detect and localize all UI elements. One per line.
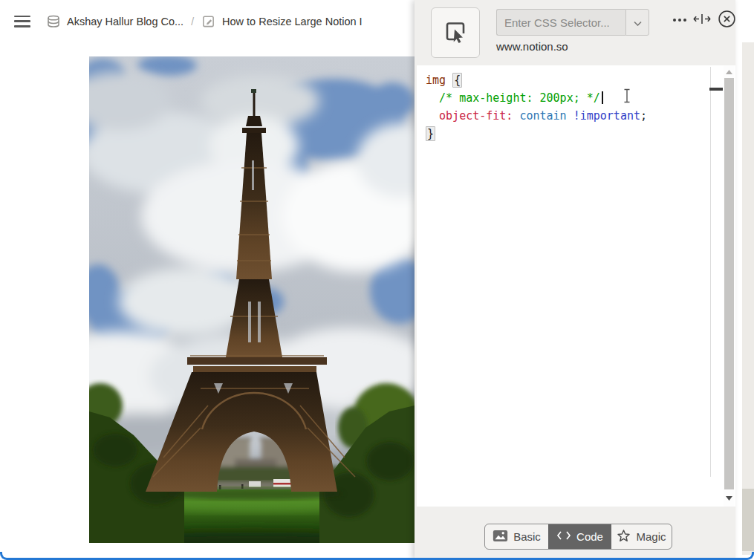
resize-icon [693,13,711,27]
eiffel-tower-photo [89,56,415,543]
tab-code[interactable]: Code [548,524,611,549]
element-picker-button[interactable] [431,7,480,58]
code-icon [556,530,571,543]
css-selector-input[interactable] [496,9,625,36]
code-line: } [426,125,647,143]
image-icon [493,530,508,544]
notion-top-bar: Akshay Hallur Blog Co... / How to Resize… [0,0,475,42]
code-line: /* max-height: 200px; */ [426,89,647,107]
hamburger-icon [14,20,30,22]
page-scrollbar[interactable] [742,42,754,555]
code-content: img { /* max-height: 200px; */ object-fi… [426,71,647,143]
css-code-editor[interactable]: img { /* max-height: 200px; */ object-fi… [417,65,735,507]
cursor-scroll-marker [709,88,723,91]
editor-scrollbar-thumb[interactable] [724,78,734,489]
more-options-button[interactable] [673,16,686,25]
scroll-down-button[interactable] [724,493,735,504]
page-title: How to Resize Large Notion I [222,16,363,27]
chevron-down-icon [634,16,642,29]
hamburger-icon [14,16,30,18]
selector-dropdown-button[interactable] [625,9,649,36]
code-line: img { [426,71,647,89]
mode-tabs: Basic Code Magic [484,524,672,550]
column-ruler [710,67,711,477]
workspace-title: Akshay Hallur Blog Co... [67,16,183,27]
element-picker-icon [443,19,468,47]
breadcrumb-page[interactable]: How to Resize Large Notion I [201,14,363,28]
breadcrumb-separator: / [191,16,194,27]
hamburger-menu-button[interactable] [14,16,30,27]
site-url: www.notion.so [496,40,568,53]
more-options-icon [673,19,676,22]
tab-label: Magic [636,530,666,543]
text-caret [602,91,603,104]
scroll-up-button[interactable] [724,67,735,77]
tab-label: Code [576,530,603,543]
code-line: object-fit: contain !important; [426,107,647,125]
breadcrumb-workspace[interactable]: Akshay Hallur Blog Co... [47,15,183,28]
hamburger-icon [14,25,30,27]
app-window: Akshay Hallur Blog Co... / How to Resize… [0,0,754,560]
tab-magic[interactable]: Magic [611,524,672,549]
close-icon [718,10,736,31]
editor-scrollbar[interactable] [724,65,735,507]
close-panel-button[interactable] [718,10,736,31]
page-edit-icon [201,14,215,28]
database-icon [47,15,60,28]
ibeam-cursor-icon [623,88,631,106]
resize-panel-button[interactable] [693,13,711,27]
star-icon [617,529,631,545]
tab-basic[interactable]: Basic [485,524,548,549]
selector-group [496,9,649,36]
stylebot-panel: www.notion.so [415,0,735,560]
tab-label: Basic [513,530,541,543]
page-scrollbar-thumb[interactable] [742,489,754,551]
